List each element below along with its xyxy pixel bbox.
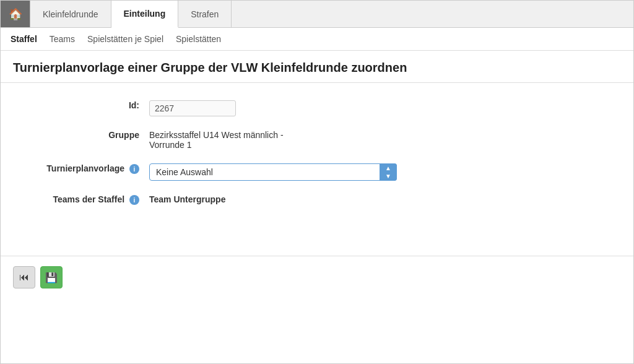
sub-nav-spielstaetten-je-spiel[interactable]: Spielstätten je Spiel [87, 33, 163, 45]
form-row-id: Id: [25, 98, 609, 116]
back-icon: ⏮ [19, 272, 29, 283]
save-button[interactable]: 💾 [40, 266, 63, 288]
home-icon: 🏠 [9, 7, 22, 21]
teams-staffel-info-icon[interactable]: i [129, 195, 139, 205]
sub-nav-staffel[interactable]: Staffel [11, 33, 37, 45]
id-label: Id: [25, 98, 149, 110]
turnierplanvorlage-value: Keine Auswahl ▲ ▼ [149, 161, 609, 181]
form-row-teams-staffel: Teams der Staffel i Team Untergruppe [25, 192, 609, 205]
id-value [149, 98, 609, 116]
home-button[interactable]: 🏠 [1, 1, 30, 27]
turnierplanvorlage-select[interactable]: Keine Auswahl [149, 163, 397, 181]
form-row-turnierplanvorlage: Turnierplanvorlage i Keine Auswahl ▲ ▼ [25, 161, 609, 181]
id-input[interactable] [149, 100, 236, 116]
turnierplanvorlage-label: Turnierplanvorlage i [25, 161, 149, 174]
form-area: Id: Gruppe Bezirksstaffel U14 West männl… [1, 83, 633, 231]
sub-nav-spielstaetten[interactable]: Spielstätten [176, 33, 221, 45]
tab-strafen[interactable]: Strafen [178, 1, 232, 27]
teams-staffel-value: Team Untergruppe [149, 192, 609, 204]
turnierplanvorlage-select-wrapper: Keine Auswahl ▲ ▼ [149, 163, 397, 181]
turnierplanvorlage-info-icon[interactable]: i [129, 164, 139, 174]
top-tab-bar: 🏠 Kleinfeldrunde Einteilung Strafen [1, 1, 633, 28]
form-row-gruppe: Gruppe Bezirksstaffel U14 West männlich … [25, 128, 609, 150]
tab-einteilung[interactable]: Einteilung [111, 1, 179, 28]
back-button[interactable]: ⏮ [13, 266, 35, 288]
teams-staffel-label: Teams der Staffel i [25, 192, 149, 205]
sub-nav: Staffel Teams Spielstätten je Spiel Spie… [1, 28, 633, 51]
gruppe-label: Gruppe [25, 128, 149, 140]
sub-nav-teams[interactable]: Teams [50, 33, 75, 45]
page-title-bar: Turnierplanvorlage einer Gruppe der VLW … [1, 51, 633, 83]
tab-kleinfeldrunde[interactable]: Kleinfeldrunde [30, 1, 111, 27]
save-icon: 💾 [45, 272, 58, 284]
gruppe-value: Bezirksstaffel U14 West männlich -Vorrun… [149, 128, 609, 150]
bottom-bar: ⏮ 💾 [1, 256, 633, 298]
page-title: Turnierplanvorlage einer Gruppe der VLW … [13, 61, 621, 75]
